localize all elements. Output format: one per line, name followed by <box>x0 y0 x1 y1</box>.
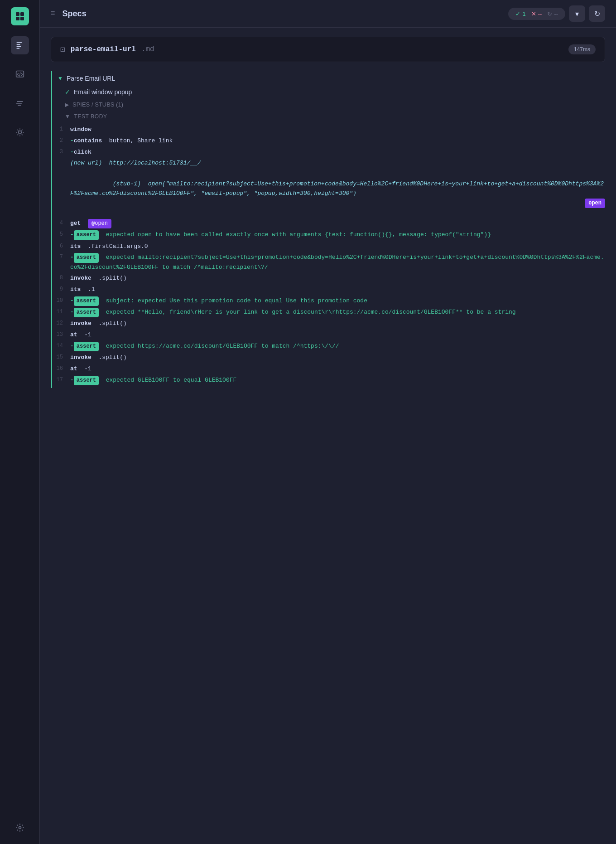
code-line-14: 14 -assert expected https://acme.co/disc… <box>52 341 605 352</box>
test-name-label: Email window popup <box>74 88 132 96</box>
at-open-tag: @open <box>88 219 111 228</box>
assert-badge-14: assert <box>74 342 99 351</box>
line-content-4: get @open <box>70 219 605 228</box>
line-content-7: -assert expected mailto:recipient?subjec… <box>70 253 605 272</box>
assert-badge-11: assert <box>74 308 99 317</box>
suite-name: Parse Email URL <box>67 75 115 82</box>
test-name-row: ✓ Email window popup <box>52 86 605 98</box>
code-line-9: 9 its .1 <box>52 284 605 296</box>
dropdown-button[interactable]: ▾ <box>569 5 585 22</box>
line-content-3: -click <box>70 148 605 157</box>
spec-container: ▼ Parse Email URL ✓ Email window popup ▶… <box>51 71 605 388</box>
line-content-11: -assert expected **Hello, friend\rHere i… <box>70 308 605 317</box>
spies-label: SPIES / STUBS (1) <box>72 101 123 108</box>
line-num-9: 9 <box>52 285 70 292</box>
main-content: ≡ Specs ✓ 1 ✕ -- ↻ -- ▾ ↻ <box>40 0 616 844</box>
svg-point-12 <box>18 131 21 134</box>
file-header: ⊡ parse-email-url .md 147ms <box>51 37 605 62</box>
file-name: parse-email-url <box>71 45 136 53</box>
assert-badge-5: assert <box>74 230 99 240</box>
line-content-8: invoke .split() <box>70 274 605 283</box>
spin-count: -- <box>554 10 558 17</box>
line-content-14: -assert expected https://acme.co/discoun… <box>70 342 605 351</box>
spies-row[interactable]: ▶ SPIES / STUBS (1) <box>52 98 605 111</box>
sidebar-item-code[interactable] <box>11 65 29 83</box>
line-content-2: -contains button, Share link <box>70 136 605 146</box>
line-num-7: 7 <box>52 253 70 260</box>
assert-badge-7: assert <box>74 253 99 262</box>
svg-point-13 <box>19 827 21 829</box>
file-ext: .md <box>141 45 154 53</box>
line-num-5: 5 <box>52 230 70 238</box>
line-num-12: 12 <box>52 319 70 326</box>
svg-rect-4 <box>16 42 22 43</box>
code-line-8: 8 invoke .split() <box>52 273 605 284</box>
line-content-12: invoke .split() <box>70 319 605 329</box>
svg-rect-0 <box>16 12 19 16</box>
x-icon: ✕ <box>531 10 536 17</box>
line-num-16: 16 <box>52 364 70 372</box>
line-content-1: window <box>70 125 605 135</box>
topbar-controls: ✓ 1 ✕ -- ↻ -- ▾ ↻ <box>508 5 605 22</box>
svg-rect-7 <box>16 48 19 49</box>
sidebar-item-debug[interactable] <box>11 123 29 141</box>
open-badge: open <box>585 199 605 208</box>
line-num-13: 13 <box>52 330 70 338</box>
code-line-12: 12 invoke .split() <box>52 318 605 330</box>
line-num-17: 17 <box>52 376 70 383</box>
spin-icon: ↻ <box>547 10 552 17</box>
spin-status: ↻ -- <box>547 10 558 17</box>
line-num-url <box>52 159 70 160</box>
line-num-8: 8 <box>52 274 70 281</box>
pass-count: 1 <box>522 10 525 17</box>
line-content-15: invoke .split() <box>70 353 605 363</box>
line-num-15: 15 <box>52 353 70 360</box>
code-line-10: 10 -assert subject: expected Use this pr… <box>52 296 605 307</box>
svg-rect-1 <box>20 12 24 16</box>
file-name-row: ⊡ parse-email-url .md <box>60 44 154 54</box>
refresh-button[interactable]: ↻ <box>589 5 605 22</box>
code-line-4: 4 get @open <box>52 218 605 229</box>
line-content-10: -assert subject: expected Use this promo… <box>70 296 605 306</box>
fail-count: -- <box>538 10 542 17</box>
sidebar-item-specs[interactable] <box>11 36 29 54</box>
line-num-2: 2 <box>52 136 70 144</box>
line-num-14: 14 <box>52 342 70 349</box>
test-body-header: ▼ TEST BODY <box>52 111 605 122</box>
assert-badge-17: assert <box>74 376 99 385</box>
svg-rect-2 <box>16 17 19 20</box>
content-area: ⊡ parse-email-url .md 147ms ▼ Parse Emai… <box>40 28 616 844</box>
check-icon: ✓ <box>515 10 520 17</box>
topbar: ≡ Specs ✓ 1 ✕ -- ↻ -- ▾ ↻ <box>40 0 616 28</box>
line-num-1: 1 <box>52 125 70 132</box>
line-num-10: 10 <box>52 296 70 304</box>
code-line-stub: (stub-1) open("mailto:recipient?subject=… <box>52 169 605 218</box>
code-line-url: (new url) http://localhost:51731/__/ <box>52 158 605 169</box>
svg-rect-3 <box>20 17 24 20</box>
sidebar-item-filter[interactable] <box>11 94 29 112</box>
line-num-stub <box>52 170 70 171</box>
code-line-11: 11 -assert expected **Hello, friend\rHer… <box>52 307 605 318</box>
body-chevron-icon: ▼ <box>65 113 70 120</box>
code-line-16: 16 at -1 <box>52 364 605 375</box>
line-num-11: 11 <box>52 308 70 315</box>
test-body-label: TEST BODY <box>74 113 107 120</box>
code-line-7: 7 -assert expected mailto:recipient?subj… <box>52 252 605 273</box>
line-num-6: 6 <box>52 242 70 249</box>
code-line-13: 13 at -1 <box>52 330 605 341</box>
sidebar-item-settings[interactable] <box>11 819 29 837</box>
file-time: 147ms <box>568 44 596 54</box>
svg-rect-5 <box>16 44 20 45</box>
menu-icon: ≡ <box>51 10 55 18</box>
code-line-6: 6 its .firstCall.args.0 <box>52 241 605 252</box>
suite-header[interactable]: ▼ Parse Email URL <box>52 71 605 86</box>
code-line-15: 15 invoke .split() <box>52 352 605 364</box>
pass-status: ✓ 1 <box>515 10 525 17</box>
line-content-5: -assert expected open to have been calle… <box>70 230 605 240</box>
line-content-url: (new url) http://localhost:51731/__/ <box>70 159 605 168</box>
line-num-4: 4 <box>52 219 70 226</box>
code-line-1: 1 window <box>52 124 605 136</box>
code-line-3: 3 -click <box>52 147 605 158</box>
code-line-2: 2 -contains button, Share link <box>52 136 605 147</box>
status-badge: ✓ 1 ✕ -- ↻ -- <box>508 8 565 20</box>
